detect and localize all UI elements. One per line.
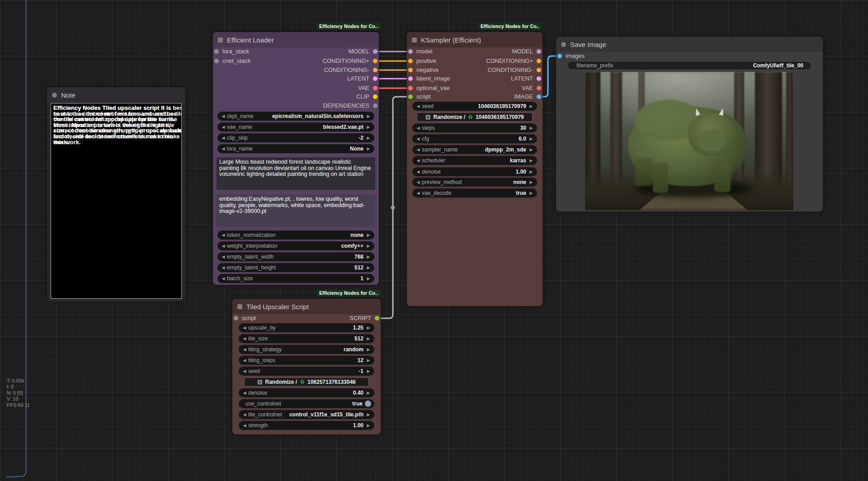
input-negative[interactable]: negative (407, 66, 475, 75)
input-cnet-stack[interactable]: cnet_stack (213, 57, 294, 66)
prev-arrow-icon: ◀ (221, 255, 226, 259)
upscaler-titlebar[interactable]: Tiled Upscaler Script (232, 299, 381, 314)
preview-method-widget[interactable]: ◀preview_method none▶ (412, 178, 537, 187)
seed-widget[interactable]: ◀seed 1046036195170979▶ (412, 102, 537, 111)
input-optional-vae[interactable]: optional_vae (407, 84, 475, 93)
next-arrow-icon: ▶ (366, 114, 371, 118)
output-latent[interactable]: LATENT (288, 74, 379, 83)
efficient-loader-node[interactable]: Efficient Loader lora_stack cnet_stack M… (213, 32, 379, 285)
collapse-dot-icon[interactable] (561, 42, 566, 47)
output-port-dot[interactable] (373, 104, 377, 108)
output-vae[interactable]: VAE (288, 84, 379, 93)
output-port-dot[interactable] (375, 316, 379, 321)
strength-widget[interactable]: ◀strength 1.00▶ (239, 421, 374, 430)
output-port-dot[interactable] (537, 68, 541, 72)
input-port-dot[interactable] (408, 94, 413, 99)
output-port-dot[interactable] (373, 76, 377, 81)
scheduler-widget[interactable]: ◀scheduler karras▶ (412, 156, 537, 165)
ksampler-node[interactable]: KSampler (Efficient) model positive nega… (407, 32, 542, 306)
output-dependencies[interactable]: DEPENDENCIES (288, 101, 379, 110)
denoise-widget[interactable]: ◀denoise 0.40▶ (239, 388, 374, 397)
note-node[interactable]: Note Efficiency Nodes Tiled upscaler scr… (47, 87, 185, 302)
output-image[interactable]: IMAGE (470, 92, 542, 101)
prev-arrow-icon: ◀ (242, 391, 247, 395)
input-port-dot[interactable] (214, 59, 219, 63)
input-model[interactable]: model (407, 47, 475, 56)
vae-decode-widget[interactable]: ◀vae_decode true▶ (412, 189, 537, 198)
note-node-titlebar[interactable]: Note (47, 87, 185, 103)
lora-name-widget[interactable]: ◀lora_name None▶ (217, 144, 374, 153)
input-port-dot[interactable] (408, 86, 413, 90)
input-port-dot[interactable] (408, 76, 413, 81)
input-positive[interactable]: positive (407, 57, 475, 66)
output-script[interactable]: SCRIPT (313, 314, 381, 323)
input-port-dot[interactable] (408, 49, 413, 54)
output-model[interactable]: MODEL (288, 47, 379, 56)
tile-controlnet-widget[interactable]: ◀tile_controlnet control_v11f1e_sd15_til… (239, 410, 374, 419)
randomize-seed-button[interactable]: ⚄ Randomize / ♻ 1046036195170979 (417, 113, 533, 122)
input-images[interactable]: images (556, 52, 624, 61)
input-port-dot[interactable] (408, 59, 413, 63)
input-port-dot[interactable] (408, 68, 413, 72)
clip-skip-widget[interactable]: ◀clip_skip -2▶ (217, 133, 374, 142)
output-port-dot[interactable] (537, 76, 541, 81)
tiling-steps-widget[interactable]: ◀tiling_steps 12▶ (239, 356, 374, 365)
vae-name-widget[interactable]: ◀vae_name blessed2.vae.pt▶ (217, 123, 374, 132)
output-port-dot[interactable] (373, 59, 377, 63)
output-port-dot[interactable] (537, 59, 541, 63)
tile-size-widget[interactable]: ◀tile_size 512▶ (239, 334, 374, 343)
input-script[interactable]: script (407, 92, 475, 101)
next-arrow-icon: ▶ (366, 325, 371, 330)
input-port-dot[interactable] (557, 54, 562, 58)
output-vae[interactable]: VAE (470, 84, 542, 93)
cfg-widget[interactable]: ◀cfg 6.0▶ (412, 134, 537, 143)
upscale-by-widget[interactable]: ◀upscale_by 1.25▶ (239, 323, 374, 332)
filename-prefix-widget[interactable]: filename_prefix ComfyUI\eff_tile_00 (567, 61, 811, 70)
toggle-knob[interactable] (365, 401, 371, 407)
output-conditioning-minus[interactable]: CONDITIONING- (470, 66, 542, 75)
prev-arrow-icon: ◀ (221, 146, 226, 151)
sampler-name-widget[interactable]: ◀sampler_name dpmpp_2m_sde▶ (412, 145, 537, 154)
use-controlnet-toggle[interactable]: use_controlnet true (239, 399, 374, 408)
output-conditioning-plus[interactable]: CONDITIONING+ (470, 57, 542, 66)
input-lora-stack[interactable]: lora_stack (213, 47, 294, 56)
empty-latent-height-widget[interactable]: ◀empty_latent_height 512▶ (217, 263, 374, 272)
note-textarea[interactable]: Efficiency Nodes Tiled upscaler script I… (51, 103, 182, 299)
save-image-titlebar[interactable]: Save Image (556, 37, 823, 52)
input-script[interactable]: script (232, 314, 300, 323)
output-port-dot[interactable] (537, 49, 541, 54)
steps-widget[interactable]: ◀steps 30▶ (412, 123, 537, 132)
input-port-dot[interactable] (214, 49, 219, 54)
tiling-strategy-widget[interactable]: ◀tiling_strategy random▶ (239, 345, 374, 354)
next-arrow-icon: ▶ (366, 369, 371, 373)
stat-fps: FPS:60.11 (7, 402, 30, 408)
input-latent-image[interactable]: latent_image (407, 74, 475, 83)
denoise-widget[interactable]: ◀denoise 1.00▶ (412, 167, 537, 176)
ksampler-titlebar[interactable]: KSampler (Efficient) (407, 32, 542, 47)
weight-interpretation-widget[interactable]: ◀weight_interpretation comfy++▶ (217, 241, 374, 250)
output-clip[interactable]: CLIP (288, 92, 379, 101)
empty-latent-width-widget[interactable]: ◀empty_latent_width 768▶ (217, 252, 374, 261)
output-port-dot[interactable] (537, 94, 541, 99)
loader-titlebar[interactable]: Efficient Loader (213, 32, 379, 47)
output-model[interactable]: MODEL (470, 47, 542, 56)
ckpt-name-widget[interactable]: ◀ckpt_name epicrealism_naturalSin.safete… (217, 112, 374, 121)
negative-prompt-textarea[interactable]: embedding:EasyNegative.pt, , lowres, low… (217, 194, 375, 227)
collapse-dot-icon[interactable] (52, 93, 57, 98)
output-port-dot[interactable] (537, 86, 541, 90)
output-port-dot[interactable] (373, 94, 377, 99)
positive-prompt-textarea[interactable]: Large Moss beast redwood forest landscap… (217, 157, 375, 190)
batch-size-widget[interactable]: ◀batch_size 1▶ (217, 274, 374, 283)
output-port-dot[interactable] (373, 86, 377, 90)
token-normalization-widget[interactable]: ◀token_normalization none▶ (217, 231, 374, 240)
output-latent[interactable]: LATENT (470, 74, 542, 83)
randomize-seed-button[interactable]: ⚄ Randomize / ♻ 1062571376133046 (244, 377, 369, 387)
tiled-upscaler-node[interactable]: Tiled Upscaler Script script SCRIPT ◀ups… (232, 299, 381, 434)
output-port-dot[interactable] (373, 49, 377, 54)
output-conditioning-minus[interactable]: CONDITIONING- (288, 66, 379, 75)
seed-widget[interactable]: ◀seed -1▶ (239, 367, 374, 376)
save-image-node[interactable]: Save Image images filename_prefix ComfyU… (556, 37, 823, 212)
input-port-dot[interactable] (234, 316, 238, 321)
output-port-dot[interactable] (373, 68, 377, 72)
output-conditioning-plus[interactable]: CONDITIONING+ (288, 57, 379, 66)
